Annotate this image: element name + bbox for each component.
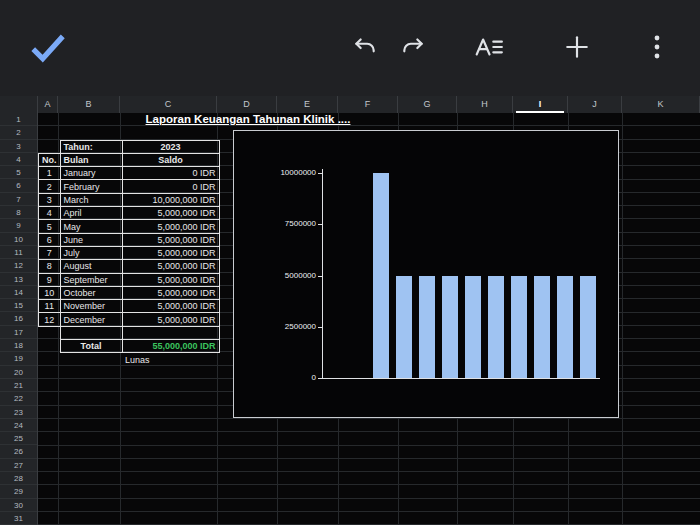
- row-header-19[interactable]: 19: [0, 352, 37, 365]
- cell[interactable]: 0 IDR: [122, 167, 219, 180]
- row-header-20[interactable]: 20: [0, 366, 37, 379]
- cell[interactable]: 8: [39, 260, 61, 273]
- cell[interactable]: 2023: [122, 140, 219, 153]
- cell[interactable]: 3: [39, 193, 61, 206]
- cell[interactable]: April: [60, 207, 122, 220]
- cell[interactable]: [39, 326, 61, 339]
- row-header-1[interactable]: 1: [0, 113, 37, 126]
- cell[interactable]: October: [60, 286, 122, 299]
- cell[interactable]: 5,000,000 IDR: [122, 286, 219, 299]
- cell[interactable]: 2: [39, 180, 61, 193]
- done-button[interactable]: [28, 28, 68, 68]
- cell[interactable]: August: [60, 260, 122, 273]
- cell[interactable]: 5,000,000 IDR: [122, 273, 219, 286]
- cell[interactable]: [60, 353, 122, 366]
- column-header-i[interactable]: I: [513, 96, 568, 113]
- column-header-h[interactable]: H: [457, 96, 513, 113]
- row-header-27[interactable]: 27: [0, 459, 37, 472]
- row-header-25[interactable]: 25: [0, 432, 37, 445]
- cell[interactable]: November: [60, 300, 122, 313]
- row-header-13[interactable]: 13: [0, 273, 37, 286]
- cell[interactable]: 5,000,000 IDR: [122, 207, 219, 220]
- row-header-17[interactable]: 17: [0, 326, 37, 339]
- row-header-8[interactable]: 8: [0, 206, 37, 219]
- row-header-26[interactable]: 26: [0, 445, 37, 458]
- cell[interactable]: Lunas: [122, 353, 219, 366]
- cell[interactable]: 5,000,000 IDR: [122, 233, 219, 246]
- select-all-corner[interactable]: [0, 96, 38, 113]
- cell[interactable]: Saldo: [122, 153, 219, 166]
- cell[interactable]: 5,000,000 IDR: [122, 313, 219, 326]
- cell[interactable]: [60, 326, 122, 339]
- row-header-10[interactable]: 10: [0, 233, 37, 246]
- cell[interactable]: 11: [39, 300, 61, 313]
- cell[interactable]: No.: [39, 153, 61, 166]
- column-header-c[interactable]: C: [120, 96, 217, 113]
- row-header-21[interactable]: 21: [0, 379, 37, 392]
- cell[interactable]: 5: [39, 220, 61, 233]
- row-header-7[interactable]: 7: [0, 193, 37, 206]
- row-header-22[interactable]: 22: [0, 392, 37, 405]
- cell[interactable]: 1: [39, 167, 61, 180]
- cell[interactable]: September: [60, 273, 122, 286]
- cell[interactable]: 12: [39, 313, 61, 326]
- cell[interactable]: 5,000,000 IDR: [122, 220, 219, 233]
- column-header-a[interactable]: A: [38, 96, 58, 113]
- column-header-f[interactable]: F: [338, 96, 398, 113]
- row-header-12[interactable]: 12: [0, 259, 37, 272]
- cell[interactable]: [39, 340, 61, 353]
- cell[interactable]: [122, 326, 219, 339]
- row-header-6[interactable]: 6: [0, 179, 37, 192]
- cell[interactable]: Tahun:: [60, 140, 122, 153]
- cell[interactable]: 7: [39, 246, 61, 259]
- row-header-16[interactable]: 16: [0, 312, 37, 325]
- cell[interactable]: December: [60, 313, 122, 326]
- cells-area[interactable]: Laporan Keuangan Tahunan Klinik .... Tah…: [38, 113, 700, 525]
- row-header-23[interactable]: 23: [0, 406, 37, 419]
- cell[interactable]: Bulan: [60, 153, 122, 166]
- row-header-11[interactable]: 11: [0, 246, 37, 259]
- cell[interactable]: 0 IDR: [122, 180, 219, 193]
- column-header-b[interactable]: B: [58, 96, 120, 113]
- cell[interactable]: May: [60, 220, 122, 233]
- column-header-j[interactable]: J: [568, 96, 622, 113]
- cell[interactable]: 9: [39, 273, 61, 286]
- cell[interactable]: 5,000,000 IDR: [122, 300, 219, 313]
- row-header-30[interactable]: 30: [0, 499, 37, 512]
- row-header-5[interactable]: 5: [0, 166, 37, 179]
- cell[interactable]: March: [60, 193, 122, 206]
- cell[interactable]: 5,000,000 IDR: [122, 260, 219, 273]
- column-header-k[interactable]: K: [622, 96, 700, 113]
- cell[interactable]: 10,000,000 IDR: [122, 193, 219, 206]
- cell[interactable]: Total: [60, 340, 122, 353]
- row-header-15[interactable]: 15: [0, 299, 37, 312]
- row-header-3[interactable]: 3: [0, 140, 37, 153]
- row-header-24[interactable]: 24: [0, 419, 37, 432]
- row-header-14[interactable]: 14: [0, 286, 37, 299]
- text-format-button[interactable]: [472, 30, 506, 64]
- embedded-chart[interactable]: 025000005000000750000010000000: [233, 130, 619, 418]
- cell[interactable]: [39, 140, 61, 153]
- overflow-menu-button[interactable]: [640, 30, 674, 64]
- cell[interactable]: January: [60, 167, 122, 180]
- redo-button[interactable]: [396, 30, 430, 64]
- column-header-e[interactable]: E: [277, 96, 338, 113]
- cell[interactable]: July: [60, 246, 122, 259]
- cell[interactable]: June: [60, 233, 122, 246]
- row-header-2[interactable]: 2: [0, 126, 37, 139]
- cell[interactable]: February: [60, 180, 122, 193]
- undo-button[interactable]: [348, 30, 382, 64]
- insert-button[interactable]: [560, 30, 594, 64]
- cell[interactable]: 55,000,000 IDR: [122, 340, 219, 353]
- row-header-9[interactable]: 9: [0, 219, 37, 232]
- cell[interactable]: 6: [39, 233, 61, 246]
- cell[interactable]: [39, 353, 61, 366]
- column-header-g[interactable]: G: [398, 96, 457, 113]
- cell[interactable]: 10: [39, 286, 61, 299]
- cell[interactable]: 5,000,000 IDR: [122, 246, 219, 259]
- row-header-18[interactable]: 18: [0, 339, 37, 352]
- row-header-31[interactable]: 31: [0, 512, 37, 525]
- cell[interactable]: 4: [39, 207, 61, 220]
- column-header-d[interactable]: D: [217, 96, 277, 113]
- row-header-4[interactable]: 4: [0, 153, 37, 166]
